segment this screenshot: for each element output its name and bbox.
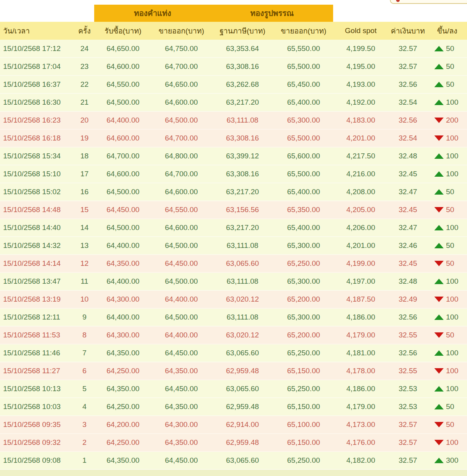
cell-tax-base: 63,217.20 xyxy=(211,93,274,111)
cell-bar-buy: 64,350.00 xyxy=(94,451,152,469)
cell-bar-buy: 64,400.00 xyxy=(94,272,152,290)
cell-round: 20 xyxy=(75,111,94,129)
cell-bar-buy: 64,650.00 xyxy=(94,40,152,58)
up-arrow-icon xyxy=(434,458,444,463)
cell-tax-base: 63,308.16 xyxy=(211,129,274,147)
cell-change: 50 xyxy=(427,326,467,344)
change-indicator: 100 xyxy=(434,134,467,142)
cell-round: 2 xyxy=(75,434,94,451)
change-value: 100 xyxy=(446,134,458,142)
top-strip xyxy=(0,0,467,5)
group-header-spacer-right xyxy=(333,5,467,22)
cell-ornament-sell: 65,150.00 xyxy=(274,434,333,451)
change-indicator: 50 xyxy=(434,62,467,71)
cell-gold-spot: 4,178.00 xyxy=(333,362,388,380)
table-row: 15/10/2568 16:18 19 64,600.00 64,700.00 … xyxy=(0,129,467,147)
cell-baht-rate: 32.57 xyxy=(388,434,427,451)
table-row: 15/10/2568 13:47 11 64,400.00 64,500.00 … xyxy=(0,272,467,290)
cell-round: 19 xyxy=(75,129,94,147)
table-row: 15/10/2568 16:23 20 64,400.00 64,500.00 … xyxy=(0,111,467,129)
change-indicator: 50 xyxy=(434,44,467,53)
cell-baht-rate: 32.57 xyxy=(388,451,427,469)
cell-ornament-sell: 65,400.00 xyxy=(274,183,333,201)
table-row: 15/10/2568 14:40 14 64,500.00 64,600.00 … xyxy=(0,219,467,237)
cell-datetime: 15/10/2568 17:04 xyxy=(0,58,75,76)
cell-round: 15 xyxy=(75,201,94,219)
group-header-row: ทองคำแท่ง ทองรูปพรรณ xyxy=(0,5,467,22)
cell-change: 100 xyxy=(427,129,467,147)
cell-round: 8 xyxy=(75,326,94,344)
table-row: 15/10/2568 11:27 6 64,250.00 64,350.00 6… xyxy=(0,362,467,380)
cell-gold-spot: 4,195.00 xyxy=(333,58,388,76)
cell-tax-base: 63,217.20 xyxy=(211,183,274,201)
cell-tax-base: 63,156.56 xyxy=(211,201,274,219)
cell-change: 200 xyxy=(427,111,467,129)
cell-gold-spot: 4,199.50 xyxy=(333,40,388,58)
change-indicator: 100 xyxy=(434,98,467,107)
cell-ornament-sell: 65,300.00 xyxy=(274,308,333,326)
change-indicator: 50 xyxy=(434,80,467,89)
cell-baht-rate: 32.57 xyxy=(388,58,427,76)
down-arrow-icon xyxy=(434,368,444,374)
cell-bar-sell: 64,700.00 xyxy=(152,58,211,76)
change-value: 50 xyxy=(446,331,454,339)
cell-datetime: 15/10/2568 14:14 xyxy=(0,255,75,272)
cell-round: 22 xyxy=(75,76,94,93)
cell-datetime: 15/10/2568 09:08 xyxy=(0,451,75,469)
cell-datetime: 15/10/2568 11:53 xyxy=(0,326,75,344)
cell-ornament-sell: 65,250.00 xyxy=(274,255,333,272)
down-arrow-icon xyxy=(434,440,444,445)
table-row: 15/10/2568 17:04 23 64,600.00 64,700.00 … xyxy=(0,58,467,76)
cell-tax-base: 63,111.08 xyxy=(211,308,274,326)
change-value: 100 xyxy=(446,385,458,393)
cell-change: 50 xyxy=(427,416,467,434)
cell-datetime: 15/10/2568 15:10 xyxy=(0,165,75,183)
change-indicator: 100 xyxy=(434,313,467,321)
cell-gold-spot: 4,183.00 xyxy=(333,111,388,129)
change-value: 100 xyxy=(446,223,458,232)
cell-change: 100 xyxy=(427,290,467,308)
group-header-gold-ornament: ทองรูปพรรณ xyxy=(211,5,333,22)
cell-datetime: 15/10/2568 14:40 xyxy=(0,219,75,237)
cell-bar-sell: 64,500.00 xyxy=(152,308,211,326)
cell-tax-base: 63,065.60 xyxy=(211,344,274,362)
change-indicator: 50 xyxy=(434,259,467,268)
table-row: 15/10/2568 10:03 4 64,250.00 64,350.00 6… xyxy=(0,398,467,416)
cell-change: 100 xyxy=(427,272,467,290)
cell-tax-base: 63,353.64 xyxy=(211,40,274,58)
change-indicator: 50 xyxy=(434,241,467,250)
cell-baht-rate: 32.49 xyxy=(388,290,427,308)
cell-change: 50 xyxy=(427,255,467,272)
change-value: 100 xyxy=(446,367,458,375)
cell-round: 5 xyxy=(75,380,94,398)
cell-tax-base: 63,399.12 xyxy=(211,147,274,165)
cell-gold-spot: 4,181.00 xyxy=(333,344,388,362)
cell-bar-sell: 64,400.00 xyxy=(152,326,211,344)
cell-ornament-sell: 65,400.00 xyxy=(274,93,333,111)
change-value: 100 xyxy=(446,170,458,178)
up-arrow-icon xyxy=(434,386,444,392)
cell-baht-rate: 32.56 xyxy=(388,308,427,326)
cell-tax-base: 63,020.12 xyxy=(211,326,274,344)
cell-bar-buy: 64,300.00 xyxy=(94,290,152,308)
cell-change: 300 xyxy=(427,451,467,469)
up-arrow-icon xyxy=(434,279,444,284)
table-row: 15/10/2568 14:48 15 64,450.00 64,550.00 … xyxy=(0,201,467,219)
cell-ornament-sell: 65,150.00 xyxy=(274,398,333,416)
down-arrow-icon xyxy=(434,118,444,123)
cell-baht-rate: 32.45 xyxy=(388,255,427,272)
top-right-partial-button[interactable] xyxy=(390,0,467,4)
cell-bar-sell: 64,450.00 xyxy=(152,451,211,469)
gold-price-table: ทองคำแท่ง ทองรูปพรรณ วัน/เวลา ครั้ง รับซ… xyxy=(0,5,467,470)
change-value: 50 xyxy=(446,44,454,53)
cell-ornament-sell: 65,200.00 xyxy=(274,290,333,308)
column-header-row: วัน/เวลา ครั้ง รับซื้อ(บาท) ขายออก(บาท) … xyxy=(0,22,467,40)
cell-change: 100 xyxy=(427,434,467,451)
cell-bar-sell: 64,800.00 xyxy=(152,147,211,165)
cell-gold-spot: 4,197.00 xyxy=(333,272,388,290)
cell-change: 100 xyxy=(427,308,467,326)
cell-gold-spot: 4,173.00 xyxy=(333,416,388,434)
cell-change: 50 xyxy=(427,201,467,219)
cell-bar-buy: 64,550.00 xyxy=(94,76,152,93)
cell-gold-spot: 4,176.00 xyxy=(333,434,388,451)
